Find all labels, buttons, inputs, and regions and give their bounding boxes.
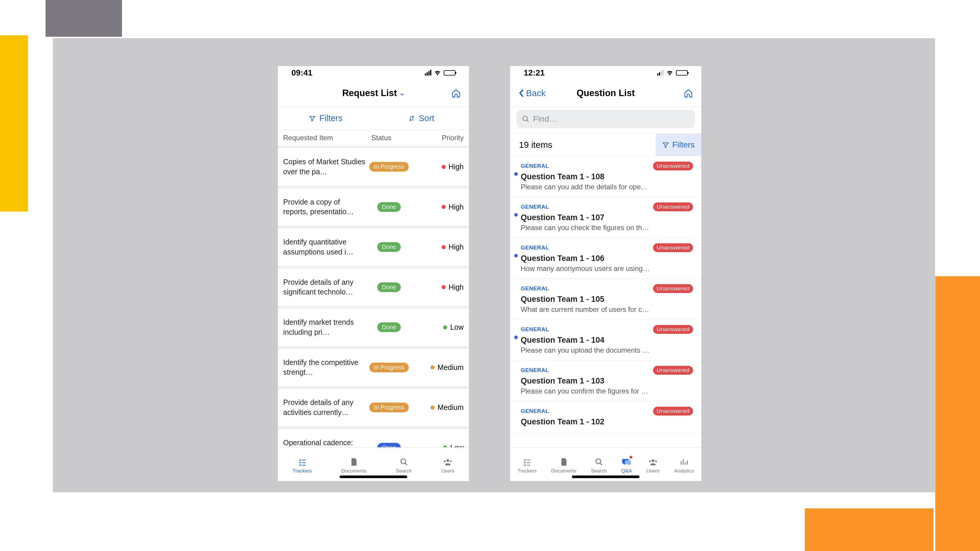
filters-button[interactable]: Filters [278,107,374,130]
sort-button[interactable]: Sort [374,107,469,130]
question-row[interactable]: GENERALUnansweredQuestion Team 1 - 107Pl… [510,197,701,238]
question-category: GENERALUnanswered [521,366,693,375]
tab-search[interactable]: Search [396,457,412,474]
nav-title-dropdown[interactable]: Request List ⌄ [342,88,404,98]
status-badge: Unanswered [653,366,693,375]
tab-label: Users [646,468,659,474]
question-title: Question Team 1 - 107 [521,213,693,222]
question-excerpt: Please can you upload the documents co… [521,346,650,354]
count-filters-row: 19 items Filters [510,133,701,156]
request-text: Provide details of any significant techn… [283,278,366,297]
home-indicator [572,475,640,478]
question-excerpt: Please can you check the figures on the… [521,224,650,232]
question-list[interactable]: GENERALUnansweredQuestion Team 1 - 108Pl… [510,156,701,447]
question-row[interactable]: GENERALUnansweredQuestion Team 1 - 103Pl… [510,360,701,402]
nav-title: Question List [577,88,635,98]
nav-title-text: Question List [577,88,635,98]
filters-button[interactable]: Filters [656,134,701,156]
status-badge: Unanswered [653,243,693,252]
search-placeholder: Find… [533,114,557,124]
request-status: Open [366,443,412,447]
request-priority: Medium [412,403,464,412]
documents-icon [560,457,568,467]
item-count: 19 items [510,134,656,156]
question-title: Question Team 1 - 106 [521,254,693,263]
tab-documents[interactable]: Documents [551,457,577,474]
request-row[interactable]: Identify quantitative assumptions used i… [278,226,469,266]
tab-users[interactable]: Users [441,457,454,474]
home-indicator [340,475,407,478]
filter-sort-row: Filters Sort [278,107,469,130]
users-icon [443,457,452,467]
tab-label: Q&A [621,468,632,474]
request-list[interactable]: Copies of Market Studies over the pa…In … [278,146,469,447]
status-badge: Unanswered [653,202,693,211]
request-row[interactable]: Copies of Market Studies over the pa…In … [278,146,469,186]
tab-search[interactable]: Search [591,457,607,474]
tab-label: Search [591,468,607,474]
tab-analytics[interactable]: Analytics [674,457,694,474]
request-text: Provide details of any activities curren… [283,398,366,418]
question-row[interactable]: GENERALUnansweredQuestion Team 1 - 106Ho… [510,238,701,279]
question-row[interactable]: GENERALUnansweredQuestion Team 1 - 108Pl… [510,156,701,197]
analytics-icon [680,457,688,467]
question-title: Question Team 1 - 105 [521,295,693,304]
request-text: Operational cadence: provide full year c… [283,438,366,448]
question-row[interactable]: GENERALUnansweredQuestion Team 1 - 104Pl… [510,320,701,360]
tab-trackers[interactable]: Trackers [293,457,312,474]
column-headers: Requested Item Status Priority [278,130,469,146]
back-button[interactable]: Back [519,88,554,98]
request-status: Done [366,322,412,332]
unread-dot [514,336,518,339]
question-category: GENERALUnanswered [521,162,693,170]
qa-icon [622,457,631,467]
filters-label: Filters [672,140,695,149]
status-time: 12:21 [523,68,545,78]
tab-qa[interactable]: Q&A [621,457,632,474]
status-badge: Unanswered [653,325,693,334]
filter-icon [662,141,669,148]
search-input[interactable]: Find… [517,110,695,128]
tab-trackers[interactable]: Trackers [517,457,537,474]
question-row[interactable]: GENERALUnansweredQuestion Team 1 - 102 [510,402,701,434]
tab-label: Users [441,468,454,474]
question-row[interactable]: GENERALUnansweredQuestion Team 1 - 105Wh… [510,279,701,320]
request-status: In Progress [366,363,412,372]
tab-documents[interactable]: Documents [341,457,367,474]
tab-label: Search [396,468,412,474]
question-category: GENERALUnanswered [521,202,693,211]
svg-point-2 [444,460,446,462]
question-excerpt: Please can you add the details for opera… [521,183,650,191]
col-status: Status [371,134,418,142]
sort-label: Sort [419,113,434,123]
battery-icon [444,70,455,76]
tab-label: Documents [551,468,577,474]
home-icon[interactable] [451,89,461,98]
col-item: Requested Item [283,134,371,142]
tab-users[interactable]: Users [646,457,659,474]
bg-yellow [0,35,28,211]
question-category: GENERALUnanswered [521,284,693,293]
tab-label: Documents [341,468,367,474]
request-text: Identify market trends including pri… [283,318,366,337]
tab-bar: Trackers Documents Search Users [278,447,469,481]
request-status: Done [366,242,412,252]
request-row[interactable]: Provide details of any activities curren… [278,386,469,427]
svg-point-8 [655,460,657,462]
chevron-left-icon [519,89,524,98]
request-row[interactable]: Operational cadence: provide full year c… [278,427,469,448]
home-icon[interactable] [684,89,693,98]
status-bar: 09:41 [278,66,469,79]
request-row[interactable]: Identify the competitive strengt…In Prog… [278,346,469,387]
svg-point-1 [446,459,449,462]
status-bar: 12:21 [510,66,701,79]
request-status: In Progress [366,162,412,171]
back-label: Back [526,88,546,98]
bg-orange-bottom [805,508,934,551]
status-badge: Unanswered [653,162,693,170]
request-row[interactable]: Provide a copy of reports, presentatio…D… [278,186,469,226]
nav-bar: Request List ⌄ [278,79,469,107]
request-row[interactable]: Provide details of any significant techn… [278,266,469,306]
signal-icon [657,70,663,76]
request-row[interactable]: Identify market trends including pri…Don… [278,306,469,346]
